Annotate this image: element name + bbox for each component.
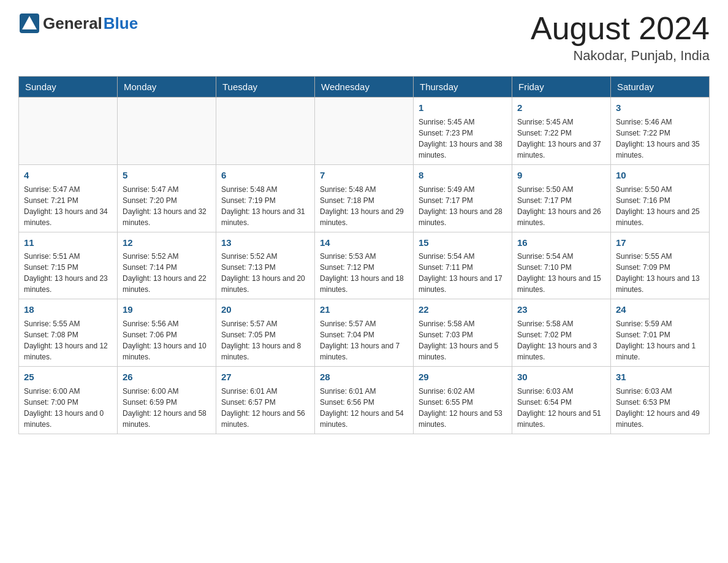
calendar-week-row: 11Sunrise: 5:51 AM Sunset: 7:15 PM Dayli…: [19, 232, 710, 299]
day-number: 4: [24, 169, 112, 182]
day-info: Sunrise: 5:58 AM Sunset: 7:03 PM Dayligh…: [419, 318, 507, 362]
calendar-cell: 22Sunrise: 5:58 AM Sunset: 7:03 PM Dayli…: [414, 299, 512, 367]
day-info: Sunrise: 5:46 AM Sunset: 7:22 PM Dayligh…: [616, 117, 704, 161]
calendar-cell: 18Sunrise: 5:55 AM Sunset: 7:08 PM Dayli…: [19, 299, 118, 367]
day-number: 22: [419, 303, 507, 316]
calendar-cell: 31Sunrise: 6:03 AM Sunset: 6:53 PM Dayli…: [611, 367, 710, 434]
calendar-cell: 14Sunrise: 5:53 AM Sunset: 7:12 PM Dayli…: [315, 232, 414, 299]
calendar-cell: 24Sunrise: 5:59 AM Sunset: 7:01 PM Dayli…: [611, 299, 710, 367]
calendar-cell: 25Sunrise: 6:00 AM Sunset: 7:00 PM Dayli…: [19, 367, 118, 434]
calendar-cell: 23Sunrise: 5:58 AM Sunset: 7:02 PM Dayli…: [512, 299, 611, 367]
day-info: Sunrise: 5:55 AM Sunset: 7:09 PM Dayligh…: [616, 251, 704, 295]
day-info: Sunrise: 5:54 AM Sunset: 7:11 PM Dayligh…: [419, 251, 507, 295]
day-info: Sunrise: 5:50 AM Sunset: 7:16 PM Dayligh…: [616, 184, 704, 228]
day-info: Sunrise: 5:50 AM Sunset: 7:17 PM Dayligh…: [517, 184, 605, 228]
day-info: Sunrise: 5:45 AM Sunset: 7:22 PM Dayligh…: [517, 117, 605, 161]
calendar-cell: 15Sunrise: 5:54 AM Sunset: 7:11 PM Dayli…: [414, 232, 512, 299]
day-number: 19: [123, 303, 211, 316]
day-info: Sunrise: 5:45 AM Sunset: 7:23 PM Dayligh…: [419, 117, 507, 161]
day-number: 18: [24, 303, 112, 316]
calendar-cell: 5Sunrise: 5:47 AM Sunset: 7:20 PM Daylig…: [118, 164, 216, 232]
calendar-cell: 27Sunrise: 6:01 AM Sunset: 6:57 PM Dayli…: [216, 367, 315, 434]
calendar-week-row: 1Sunrise: 5:45 AM Sunset: 7:23 PM Daylig…: [19, 98, 710, 165]
calendar-cell: 9Sunrise: 5:50 AM Sunset: 7:17 PM Daylig…: [512, 164, 611, 232]
calendar-header-row: SundayMondayTuesdayWednesdayThursdayFrid…: [19, 77, 710, 98]
calendar-cell: 20Sunrise: 5:57 AM Sunset: 7:05 PM Dayli…: [216, 299, 315, 367]
day-info: Sunrise: 5:57 AM Sunset: 7:04 PM Dayligh…: [320, 318, 408, 362]
day-info: Sunrise: 5:48 AM Sunset: 7:18 PM Dayligh…: [320, 184, 408, 228]
logo: General Blue: [18, 12, 138, 34]
day-info: Sunrise: 5:54 AM Sunset: 7:10 PM Dayligh…: [517, 251, 605, 295]
day-info: Sunrise: 5:56 AM Sunset: 7:06 PM Dayligh…: [123, 318, 211, 362]
day-info: Sunrise: 5:57 AM Sunset: 7:05 PM Dayligh…: [221, 318, 309, 362]
calendar-cell: 17Sunrise: 5:55 AM Sunset: 7:09 PM Dayli…: [611, 232, 710, 299]
weekday-header-friday: Friday: [512, 77, 611, 98]
weekday-header-wednesday: Wednesday: [315, 77, 414, 98]
calendar-week-row: 25Sunrise: 6:00 AM Sunset: 7:00 PM Dayli…: [19, 367, 710, 434]
day-info: Sunrise: 5:58 AM Sunset: 7:02 PM Dayligh…: [517, 318, 605, 362]
calendar-cell: 1Sunrise: 5:45 AM Sunset: 7:23 PM Daylig…: [414, 98, 512, 165]
title-section: August 2024 Nakodar, Punjab, India: [531, 12, 710, 64]
day-number: 27: [221, 370, 309, 384]
day-number: 1: [419, 101, 507, 115]
calendar-cell: 29Sunrise: 6:02 AM Sunset: 6:55 PM Dayli…: [414, 367, 512, 434]
day-number: 25: [24, 370, 112, 384]
location-text: Nakodar, Punjab, India: [531, 48, 710, 64]
calendar-cell: 7Sunrise: 5:48 AM Sunset: 7:18 PM Daylig…: [315, 164, 414, 232]
calendar-cell: 21Sunrise: 5:57 AM Sunset: 7:04 PM Dayli…: [315, 299, 414, 367]
day-info: Sunrise: 5:52 AM Sunset: 7:13 PM Dayligh…: [221, 251, 309, 295]
day-number: 29: [419, 370, 507, 384]
day-info: Sunrise: 6:03 AM Sunset: 6:53 PM Dayligh…: [616, 386, 704, 430]
calendar-cell: 16Sunrise: 5:54 AM Sunset: 7:10 PM Dayli…: [512, 232, 611, 299]
calendar-cell: 13Sunrise: 5:52 AM Sunset: 7:13 PM Dayli…: [216, 232, 315, 299]
day-info: Sunrise: 6:01 AM Sunset: 6:57 PM Dayligh…: [221, 386, 309, 430]
calendar-cell: 4Sunrise: 5:47 AM Sunset: 7:21 PM Daylig…: [19, 164, 118, 232]
calendar-cell: 2Sunrise: 5:45 AM Sunset: 7:22 PM Daylig…: [512, 98, 611, 165]
calendar-table: SundayMondayTuesdayWednesdayThursdayFrid…: [18, 76, 710, 434]
day-number: 5: [123, 169, 211, 182]
day-info: Sunrise: 5:47 AM Sunset: 7:20 PM Dayligh…: [123, 184, 211, 228]
day-number: 6: [221, 169, 309, 182]
day-info: Sunrise: 5:59 AM Sunset: 7:01 PM Dayligh…: [616, 318, 704, 362]
calendar-cell: 8Sunrise: 5:49 AM Sunset: 7:17 PM Daylig…: [414, 164, 512, 232]
calendar-week-row: 4Sunrise: 5:47 AM Sunset: 7:21 PM Daylig…: [19, 164, 710, 232]
day-info: Sunrise: 5:51 AM Sunset: 7:15 PM Dayligh…: [24, 251, 112, 295]
calendar-cell: 26Sunrise: 6:00 AM Sunset: 6:59 PM Dayli…: [118, 367, 216, 434]
calendar-cell: 19Sunrise: 5:56 AM Sunset: 7:06 PM Dayli…: [118, 299, 216, 367]
calendar-cell: 3Sunrise: 5:46 AM Sunset: 7:22 PM Daylig…: [611, 98, 710, 165]
weekday-header-monday: Monday: [118, 77, 216, 98]
calendar-cell: [315, 98, 414, 165]
day-info: Sunrise: 6:02 AM Sunset: 6:55 PM Dayligh…: [419, 386, 507, 430]
calendar-cell: [216, 98, 315, 165]
day-number: 17: [616, 236, 704, 250]
day-number: 16: [517, 236, 605, 250]
day-number: 23: [517, 303, 605, 316]
calendar-cell: 28Sunrise: 6:01 AM Sunset: 6:56 PM Dayli…: [315, 367, 414, 434]
weekday-header-thursday: Thursday: [414, 77, 512, 98]
calendar-cell: 11Sunrise: 5:51 AM Sunset: 7:15 PM Dayli…: [19, 232, 118, 299]
logo-blue-text: Blue: [104, 14, 138, 33]
day-info: Sunrise: 6:03 AM Sunset: 6:54 PM Dayligh…: [517, 386, 605, 430]
day-info: Sunrise: 5:47 AM Sunset: 7:21 PM Dayligh…: [24, 184, 112, 228]
weekday-header-tuesday: Tuesday: [216, 77, 315, 98]
weekday-header-saturday: Saturday: [611, 77, 710, 98]
day-number: 9: [517, 169, 605, 182]
day-info: Sunrise: 5:52 AM Sunset: 7:14 PM Dayligh…: [123, 251, 211, 295]
calendar-week-row: 18Sunrise: 5:55 AM Sunset: 7:08 PM Dayli…: [19, 299, 710, 367]
day-info: Sunrise: 5:53 AM Sunset: 7:12 PM Dayligh…: [320, 251, 408, 295]
calendar-cell: 12Sunrise: 5:52 AM Sunset: 7:14 PM Dayli…: [118, 232, 216, 299]
weekday-header-sunday: Sunday: [19, 77, 118, 98]
day-info: Sunrise: 6:01 AM Sunset: 6:56 PM Dayligh…: [320, 386, 408, 430]
day-number: 26: [123, 370, 211, 384]
day-number: 15: [419, 236, 507, 250]
day-number: 8: [419, 169, 507, 182]
calendar-cell: [118, 98, 216, 165]
day-number: 10: [616, 169, 704, 182]
day-number: 20: [221, 303, 309, 316]
logo-icon: [18, 12, 40, 34]
day-number: 11: [24, 236, 112, 250]
logo-general-text: General: [43, 14, 102, 33]
calendar-cell: 10Sunrise: 5:50 AM Sunset: 7:16 PM Dayli…: [611, 164, 710, 232]
day-info: Sunrise: 5:48 AM Sunset: 7:19 PM Dayligh…: [221, 184, 309, 228]
day-number: 24: [616, 303, 704, 316]
